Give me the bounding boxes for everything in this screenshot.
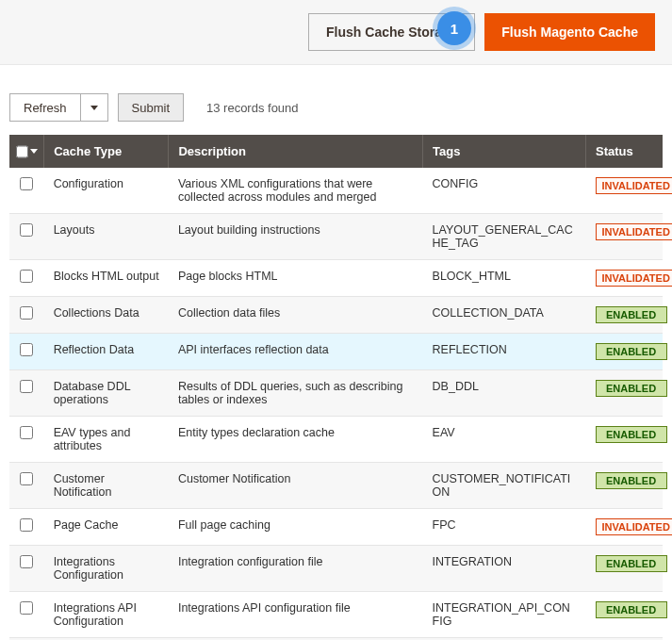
table-row[interactable]: Database DDL operationsResults of DDL qu… [9, 370, 663, 417]
header-status[interactable]: Status [586, 135, 663, 168]
description-cell: API interfaces reflection data [169, 334, 423, 370]
cache-type-cell: Layouts [44, 214, 169, 260]
cache-type-cell: Customer Notification [44, 463, 169, 509]
row-check-cell [9, 334, 44, 370]
tags-cell: COLLECTION_DATA [423, 297, 586, 334]
row-check-cell [9, 592, 44, 638]
description-cell: Full page caching [169, 509, 423, 546]
tags-cell: DB_DDL [423, 370, 586, 417]
status-badge: ENABLED [596, 306, 667, 323]
status-badge: INVALIDATED [596, 177, 672, 194]
table-row[interactable]: EAV types and attributesEntity types dec… [9, 417, 663, 463]
flush-magento-cache-button[interactable]: Flush Magento Cache [484, 13, 655, 51]
cache-type-cell: Collections Data [44, 297, 169, 334]
status-cell: ENABLED [586, 463, 663, 509]
table-header-row: Cache Type Description Tags Status [9, 135, 663, 168]
tags-cell: BLOCK_HTML [423, 260, 586, 297]
cache-type-cell: EAV types and attributes [44, 417, 169, 463]
table-row[interactable]: Integrations ConfigurationIntegration co… [9, 546, 663, 592]
row-checkbox[interactable] [20, 601, 33, 615]
table-row[interactable]: ConfigurationVarious XML configurations … [9, 168, 663, 214]
row-checkbox[interactable] [20, 472, 33, 485]
header-description[interactable]: Description [169, 135, 423, 168]
cache-table: Cache Type Description Tags Status Confi… [9, 135, 663, 640]
row-check-cell [9, 297, 44, 334]
row-checkbox[interactable] [20, 270, 33, 283]
tags-cell: FPC [423, 509, 586, 546]
table-row[interactable]: Page CacheFull page cachingFPCINVALIDATE… [9, 509, 663, 546]
status-cell: INVALIDATED [586, 260, 663, 297]
status-badge: INVALIDATED [596, 223, 672, 240]
cache-type-cell: Integrations API Configuration [44, 592, 169, 638]
status-cell: ENABLED [586, 592, 663, 638]
table-row[interactable]: Integrations API ConfigurationIntegratio… [9, 592, 663, 638]
description-cell: Entity types declaration cache [169, 417, 423, 463]
row-check-cell [9, 463, 44, 509]
header-cache-type[interactable]: Cache Type [44, 135, 169, 168]
table-row[interactable]: Blocks HTML outputPage blocks HTMLBLOCK_… [9, 260, 663, 297]
tags-cell: REFLECTION [423, 334, 586, 370]
description-cell: Layout building instructions [169, 214, 423, 260]
description-cell: Page blocks HTML [169, 260, 423, 297]
description-cell: Various XML configurations that were col… [169, 168, 423, 214]
cache-type-cell: Blocks HTML output [44, 260, 169, 297]
tags-cell: LAYOUT_GENERAL_CACHE_TAG [423, 214, 586, 260]
table-row[interactable]: Customer NotificationCustomer Notificati… [9, 463, 663, 509]
description-cell: Integrations API configuration file [169, 592, 423, 638]
row-check-cell [9, 168, 44, 214]
refresh-dropdown-toggle[interactable] [81, 93, 108, 122]
cache-type-cell: Integrations Configuration [44, 546, 169, 592]
tags-cell: EAV [423, 417, 586, 463]
status-badge: INVALIDATED [596, 270, 672, 287]
top-actions-bar: Flush Cache Storage Flush Magento Cache … [0, 0, 672, 65]
cache-type-cell: Configuration [44, 168, 169, 214]
row-checkbox[interactable] [20, 343, 33, 356]
header-check [9, 135, 44, 168]
description-cell: Collection data files [169, 297, 423, 334]
cache-type-cell: Reflection Data [44, 334, 169, 370]
row-checkbox[interactable] [20, 223, 33, 237]
status-badge: ENABLED [596, 343, 667, 360]
status-cell: INVALIDATED [586, 214, 663, 260]
status-badge: ENABLED [596, 555, 667, 572]
row-checkbox[interactable] [20, 306, 33, 320]
row-checkbox[interactable] [20, 380, 33, 393]
status-badge: ENABLED [596, 380, 667, 397]
description-cell: Integration configuration file [169, 546, 423, 592]
row-check-cell [9, 417, 44, 463]
status-badge: ENABLED [596, 426, 667, 443]
row-check-cell [9, 370, 44, 417]
submit-button[interactable]: Submit [118, 93, 184, 122]
description-cell: Customer Notification [169, 463, 423, 509]
select-all-dropdown-icon[interactable] [30, 149, 38, 154]
row-check-cell [9, 260, 44, 297]
row-check-cell [9, 546, 44, 592]
status-cell: ENABLED [586, 297, 663, 334]
table-row[interactable]: Collections DataCollection data filesCOL… [9, 297, 663, 334]
status-cell: ENABLED [586, 546, 663, 592]
tags-cell: CONFIG [423, 168, 586, 214]
cache-type-cell: Database DDL operations [44, 370, 169, 417]
status-cell: INVALIDATED [586, 509, 663, 546]
row-checkbox[interactable] [20, 426, 33, 439]
status-cell: ENABLED [586, 334, 663, 370]
cache-type-cell: Page Cache [44, 509, 169, 546]
row-checkbox[interactable] [20, 518, 33, 532]
table-row[interactable]: LayoutsLayout building instructionsLAYOU… [9, 214, 663, 260]
status-cell: ENABLED [586, 370, 663, 417]
row-check-cell [9, 214, 44, 260]
row-checkbox[interactable] [20, 177, 33, 190]
refresh-button[interactable]: Refresh [9, 93, 81, 122]
table-row[interactable]: Reflection DataAPI interfaces reflection… [9, 334, 663, 370]
toolbar: Refresh Submit 13 records found [0, 65, 672, 135]
annotation-badge: 1 [437, 11, 471, 45]
status-badge: INVALIDATED [596, 518, 672, 535]
row-checkbox[interactable] [20, 555, 33, 568]
status-badge: ENABLED [596, 472, 667, 489]
select-all-checkbox[interactable] [16, 145, 28, 158]
status-cell: ENABLED [586, 417, 663, 463]
tags-cell: INTEGRATION [423, 546, 586, 592]
header-tags[interactable]: Tags [423, 135, 586, 168]
records-found-label: 13 records found [206, 101, 299, 115]
status-badge: ENABLED [596, 601, 667, 618]
